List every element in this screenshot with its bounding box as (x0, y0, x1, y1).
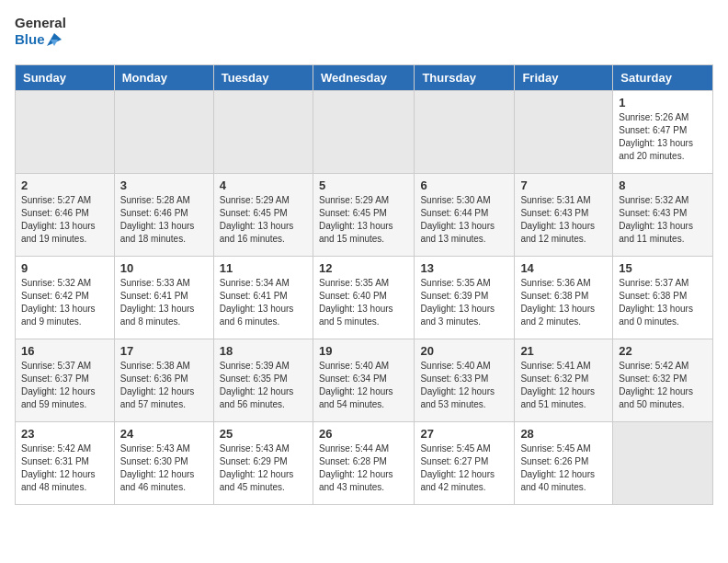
day-number: 18 (220, 344, 307, 358)
day-info: Sunrise: 5:40 AM Sunset: 6:33 PM Dayligh… (420, 360, 508, 411)
day-number: 27 (420, 427, 508, 441)
day-info: Sunrise: 5:37 AM Sunset: 6:38 PM Dayligh… (619, 277, 707, 328)
day-info: Sunrise: 5:36 AM Sunset: 6:38 PM Dayligh… (520, 277, 607, 328)
week-row-4: 23Sunrise: 5:42 AM Sunset: 6:31 PM Dayli… (16, 422, 713, 505)
day-cell: 12Sunrise: 5:35 AM Sunset: 6:40 PM Dayli… (313, 257, 414, 339)
calendar-body: 1Sunrise: 5:26 AM Sunset: 6:47 PM Daylig… (16, 91, 713, 505)
day-number: 16 (21, 344, 108, 358)
logo-container: General Blue (15, 15, 63, 53)
day-number: 28 (520, 427, 607, 441)
day-cell: 22Sunrise: 5:42 AM Sunset: 6:32 PM Dayli… (613, 339, 713, 422)
day-info: Sunrise: 5:41 AM Sunset: 6:32 PM Dayligh… (520, 360, 607, 411)
day-cell (515, 91, 613, 174)
logo-blue: Blue (15, 31, 63, 48)
day-number: 13 (420, 261, 508, 275)
day-cell: 8Sunrise: 5:32 AM Sunset: 6:43 PM Daylig… (613, 174, 713, 257)
day-number: 10 (120, 261, 208, 275)
day-cell: 13Sunrise: 5:35 AM Sunset: 6:39 PM Dayli… (415, 257, 515, 339)
day-number: 11 (220, 261, 307, 275)
day-cell: 28Sunrise: 5:45 AM Sunset: 6:26 PM Dayli… (515, 422, 613, 505)
day-cell: 23Sunrise: 5:42 AM Sunset: 6:31 PM Dayli… (16, 422, 115, 505)
day-info: Sunrise: 5:35 AM Sunset: 6:40 PM Dayligh… (319, 277, 408, 328)
day-cell: 11Sunrise: 5:34 AM Sunset: 6:41 PM Dayli… (213, 257, 313, 339)
day-number: 2 (21, 178, 108, 192)
day-info: Sunrise: 5:34 AM Sunset: 6:41 PM Dayligh… (220, 277, 307, 328)
day-number: 20 (420, 344, 508, 358)
day-number: 17 (120, 344, 208, 358)
logo-bird-icon (47, 33, 62, 46)
day-info: Sunrise: 5:42 AM Sunset: 6:32 PM Dayligh… (619, 360, 707, 411)
day-cell: 19Sunrise: 5:40 AM Sunset: 6:34 PM Dayli… (313, 339, 414, 422)
day-cell: 20Sunrise: 5:40 AM Sunset: 6:33 PM Dayli… (415, 339, 515, 422)
day-info: Sunrise: 5:32 AM Sunset: 6:43 PM Dayligh… (619, 194, 707, 246)
day-cell: 6Sunrise: 5:30 AM Sunset: 6:44 PM Daylig… (415, 174, 515, 257)
day-cell: 16Sunrise: 5:37 AM Sunset: 6:37 PM Dayli… (16, 339, 115, 422)
day-number: 15 (619, 261, 707, 275)
header-thursday: Thursday (415, 65, 515, 91)
day-info: Sunrise: 5:43 AM Sunset: 6:29 PM Dayligh… (220, 442, 307, 494)
day-cell: 3Sunrise: 5:28 AM Sunset: 6:46 PM Daylig… (114, 174, 213, 257)
day-info: Sunrise: 5:38 AM Sunset: 6:36 PM Dayligh… (120, 360, 208, 411)
day-cell: 21Sunrise: 5:41 AM Sunset: 6:32 PM Dayli… (515, 339, 613, 422)
day-number: 19 (319, 344, 408, 358)
day-number: 26 (319, 427, 408, 441)
header-wednesday: Wednesday (313, 65, 414, 91)
week-row-2: 9Sunrise: 5:32 AM Sunset: 6:42 PM Daylig… (16, 257, 713, 339)
day-cell: 5Sunrise: 5:29 AM Sunset: 6:45 PM Daylig… (313, 174, 414, 257)
logo-graphic: General Blue (15, 15, 63, 53)
day-info: Sunrise: 5:39 AM Sunset: 6:35 PM Dayligh… (220, 360, 307, 411)
day-number: 23 (21, 427, 108, 441)
day-info: Sunrise: 5:28 AM Sunset: 6:46 PM Dayligh… (120, 194, 208, 246)
day-cell (16, 91, 115, 174)
day-cell: 9Sunrise: 5:32 AM Sunset: 6:42 PM Daylig… (16, 257, 115, 339)
day-cell: 18Sunrise: 5:39 AM Sunset: 6:35 PM Dayli… (213, 339, 313, 422)
day-cell: 26Sunrise: 5:44 AM Sunset: 6:28 PM Dayli… (313, 422, 414, 505)
day-number: 1 (619, 96, 707, 109)
day-info: Sunrise: 5:26 AM Sunset: 6:47 PM Dayligh… (619, 111, 707, 163)
day-cell: 24Sunrise: 5:43 AM Sunset: 6:30 PM Dayli… (114, 422, 213, 505)
day-number: 24 (120, 427, 208, 441)
day-cell (213, 91, 313, 174)
day-cell: 10Sunrise: 5:33 AM Sunset: 6:41 PM Dayli… (114, 257, 213, 339)
day-cell: 14Sunrise: 5:36 AM Sunset: 6:38 PM Dayli… (515, 257, 613, 339)
day-info: Sunrise: 5:32 AM Sunset: 6:42 PM Dayligh… (21, 277, 108, 328)
day-info: Sunrise: 5:27 AM Sunset: 6:46 PM Dayligh… (21, 194, 108, 246)
day-cell: 17Sunrise: 5:38 AM Sunset: 6:36 PM Dayli… (114, 339, 213, 422)
header-monday: Monday (114, 65, 213, 91)
day-info: Sunrise: 5:37 AM Sunset: 6:37 PM Dayligh… (21, 360, 108, 411)
logo-general: General (15, 15, 63, 31)
day-info: Sunrise: 5:33 AM Sunset: 6:41 PM Dayligh… (120, 277, 208, 328)
day-cell: 2Sunrise: 5:27 AM Sunset: 6:46 PM Daylig… (16, 174, 115, 257)
day-number: 8 (619, 178, 707, 192)
calendar-header-row: SundayMondayTuesdayWednesdayThursdayFrid… (16, 65, 713, 91)
week-row-3: 16Sunrise: 5:37 AM Sunset: 6:37 PM Dayli… (16, 339, 713, 422)
day-number: 7 (520, 178, 607, 192)
day-cell: 1Sunrise: 5:26 AM Sunset: 6:47 PM Daylig… (613, 91, 713, 174)
day-info: Sunrise: 5:30 AM Sunset: 6:44 PM Dayligh… (420, 194, 508, 246)
day-info: Sunrise: 5:44 AM Sunset: 6:28 PM Dayligh… (319, 442, 408, 494)
day-number: 22 (619, 344, 707, 358)
day-number: 4 (220, 178, 307, 192)
day-info: Sunrise: 5:45 AM Sunset: 6:26 PM Dayligh… (520, 442, 607, 494)
day-info: Sunrise: 5:29 AM Sunset: 6:45 PM Dayligh… (220, 194, 307, 246)
day-cell (415, 91, 515, 174)
header-sunday: Sunday (16, 65, 115, 91)
day-info: Sunrise: 5:31 AM Sunset: 6:43 PM Dayligh… (520, 194, 607, 246)
day-cell: 25Sunrise: 5:43 AM Sunset: 6:29 PM Dayli… (213, 422, 313, 505)
day-number: 25 (220, 427, 307, 441)
day-info: Sunrise: 5:40 AM Sunset: 6:34 PM Dayligh… (319, 360, 408, 411)
day-info: Sunrise: 5:35 AM Sunset: 6:39 PM Dayligh… (420, 277, 508, 328)
day-cell: 4Sunrise: 5:29 AM Sunset: 6:45 PM Daylig… (213, 174, 313, 257)
day-cell: 7Sunrise: 5:31 AM Sunset: 6:43 PM Daylig… (515, 174, 613, 257)
day-cell: 27Sunrise: 5:45 AM Sunset: 6:27 PM Dayli… (415, 422, 515, 505)
day-number: 5 (319, 178, 408, 192)
week-row-0: 1Sunrise: 5:26 AM Sunset: 6:47 PM Daylig… (16, 91, 713, 174)
header-friday: Friday (515, 65, 613, 91)
header-saturday: Saturday (613, 65, 713, 91)
page-header: General Blue (15, 15, 713, 53)
day-info: Sunrise: 5:43 AM Sunset: 6:30 PM Dayligh… (120, 442, 208, 494)
logo: General Blue (15, 15, 63, 53)
day-number: 3 (120, 178, 208, 192)
day-info: Sunrise: 5:45 AM Sunset: 6:27 PM Dayligh… (420, 442, 508, 494)
day-cell (114, 91, 213, 174)
